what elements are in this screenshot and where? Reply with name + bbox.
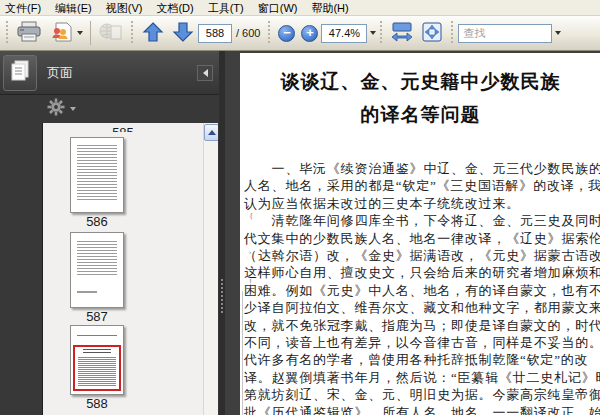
share-review-button [95, 19, 127, 47]
splitter-grip[interactable] [221, 279, 223, 315]
margin-mark: , [249, 245, 251, 255]
chevron-up-icon [208, 130, 216, 135]
body-line: 人名、地名，采用的都是“钦定”《三史国语解》的改译，我 [244, 177, 600, 194]
zoom-in-button[interactable]: + [301, 25, 318, 42]
page-spine-shadow [242, 291, 243, 415]
thumbnail-page-588-current[interactable] [70, 325, 124, 395]
toolbar-separator [90, 21, 91, 45]
fit-page-icon [420, 21, 444, 46]
collapse-left-icon [203, 69, 208, 77]
collaborate-button[interactable] [45, 19, 86, 47]
zoom-level-input[interactable] [321, 24, 367, 43]
body-line: 改，就不免张冠李戴、指鹿为马；即使是译自蒙文的，时代 [244, 317, 600, 334]
toolbar-grip[interactable] [267, 21, 272, 45]
options-gear-icon[interactable] [46, 97, 66, 121]
thumbnail-page-586[interactable] [70, 137, 124, 213]
body-line: 认为应当依据未改过的三史本子统统改过来。 [244, 195, 600, 212]
zoom-out-button[interactable]: − [278, 25, 295, 42]
fit-page-button[interactable] [417, 19, 447, 47]
body-line: （达斡尔语）改，《金史》据满语改，《元史》据蒙古语改。像 [244, 247, 600, 264]
thumbnail-content [77, 291, 97, 293]
body-line: 困难。例如《元史》中人名、地名，有的译自蒙文，也有不 [244, 282, 600, 299]
pages-tab[interactable] [3, 55, 37, 91]
thumbnail-label-585: 585 [43, 123, 203, 132]
menu-view[interactable]: 视图(V) [101, 0, 152, 16]
page-number-input[interactable] [198, 24, 232, 43]
menu-bar: 文件(F) 编辑(E) 视图(V) 文档(D) 工具(T) 窗口(W) 帮助(H… [0, 0, 600, 16]
body-line: 译。赵翼倒填著书年月，然后说：“臣纂辑《廿二史札记》时， [244, 369, 600, 386]
scroll-up-button[interactable] [204, 124, 218, 141]
find-dropdown-caret[interactable] [555, 31, 561, 35]
article-title: 谈谈辽、金、元史籍中少数民族 的译名等问题 [225, 65, 600, 131]
page-total-label: / 600 [236, 27, 260, 39]
fit-width-button[interactable] [387, 19, 417, 47]
find-input[interactable] [458, 24, 552, 43]
current-view-indicator[interactable] [73, 345, 121, 391]
pane-title: 页面 [47, 64, 197, 82]
menu-help[interactable]: 帮助(H) [306, 0, 357, 16]
menu-window[interactable]: 窗口(W) [253, 0, 307, 16]
toolbar-grip[interactable] [379, 21, 384, 45]
collaborate-dropdown-caret [77, 31, 83, 35]
body-line: 代许多有名的学者，曾使用各种托辞抵制乾隆“钦定”的改 [244, 351, 600, 368]
navigation-pane: 页面 [0, 51, 219, 415]
thumbnail-content [83, 349, 111, 354]
toolbar-grip[interactable] [130, 21, 135, 45]
thumbnail-label-587: 587 [43, 309, 151, 324]
pane-options-row [0, 95, 219, 123]
pdf-reader-window: 文件(F) 编辑(E) 视图(V) 文档(D) 工具(T) 窗口(W) 帮助(H… [0, 0, 600, 415]
collaborate-icon [48, 21, 74, 46]
zoom-dropdown-caret[interactable] [370, 31, 376, 35]
options-dropdown-caret[interactable] [70, 107, 76, 111]
thumbnail-label-588: 588 [43, 396, 151, 411]
previous-page-button[interactable] [138, 19, 168, 47]
body-line: 少译自阿拉伯文、维吾尔文、藏文和他种文字，都用蒙文来 [244, 299, 600, 316]
printer-icon [16, 21, 42, 46]
thumbnail-content [78, 357, 116, 387]
thumbnail-page-587[interactable] [70, 232, 124, 308]
margin-mark: ! [249, 277, 252, 287]
thumbnails-panel: 585 586 587 588 [42, 123, 218, 415]
thumbnail-content [77, 241, 117, 275]
menu-file[interactable]: 文件(F) [0, 0, 50, 16]
arrow-down-icon [171, 20, 195, 47]
document-canvas[interactable]: ’ { , ! 谈谈辽、金、元史籍中少数民族 的译名等问题 一、毕沅《续资治通鉴… [225, 51, 600, 415]
toolbar: / 600 − + [0, 16, 600, 51]
body-line: 代文集中的少数民族人名、地名一律改译，《辽史》据索伦语 [244, 230, 600, 247]
document-page[interactable]: ’ { , ! 谈谈辽、金、元史籍中少数民族 的译名等问题 一、毕沅《续资治通鉴… [240, 53, 600, 415]
next-page-button[interactable] [168, 19, 198, 47]
pane-header: 页面 [0, 51, 219, 95]
menu-document[interactable]: 文档(D) [151, 0, 202, 16]
body-line: 清乾隆年间修四库全书，下令将辽、金、元三史及同时 [244, 212, 600, 229]
article-title-line2: 的译名等问题 [225, 98, 600, 131]
body-line: 这样师心自用、擅改史文，只会给后来的研究者增加麻烦和 [244, 264, 600, 281]
thumbnail-content [77, 145, 117, 201]
body-line: 一、毕沅《续资治通鉴》中辽、金、元三代少数民族的 [244, 160, 600, 177]
toolbar-grip[interactable] [450, 21, 455, 45]
thumbnail-label-586: 586 [43, 214, 151, 229]
toolbar-grip[interactable] [5, 21, 10, 45]
body-line: 批《历代通鉴辑览》，所有人名、地名，一一翻译改正，始知 [244, 404, 600, 415]
print-button[interactable] [13, 19, 45, 47]
menu-tools[interactable]: 工具(T) [203, 0, 253, 16]
article-body: 一、毕沅《续资治通鉴》中辽、金、元三代少数民族的 人名、地名，采用的都是“钦定”… [244, 160, 600, 415]
body-line: 第就坊刻辽、宋、金、元、明旧史为据。今蒙高宗纯皇帝御 [244, 386, 600, 403]
margin-mark: { [249, 211, 253, 221]
thumbnail-content [77, 335, 117, 336]
article-title-line1: 谈谈辽、金、元史籍中少数民族 [225, 65, 600, 98]
margin-mark: ’ [249, 179, 252, 189]
collapse-pane-button[interactable] [197, 65, 213, 81]
thumbnails-scrollbar[interactable] [203, 123, 218, 415]
arrow-up-icon [141, 20, 165, 47]
globe-document-icon [98, 21, 124, 46]
menu-edit[interactable]: 编辑(E) [50, 0, 101, 16]
content-area: 页面 [0, 51, 600, 415]
pages-icon [9, 59, 31, 87]
body-line: 不同，读音上也有差异，以今音律古音，同样是不妥当的。清 [244, 334, 600, 351]
fit-width-icon [390, 21, 414, 46]
